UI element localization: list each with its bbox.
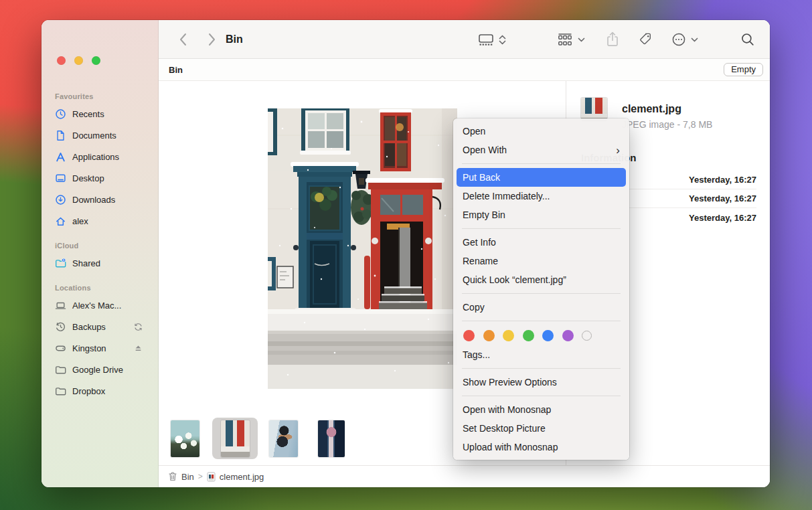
zoom-window-button[interactable] xyxy=(92,56,100,65)
tag-color-row xyxy=(453,325,629,345)
breadcrumb-label: Bin xyxy=(181,472,194,482)
menu-item-set-desktop-picture[interactable]: Set Desktop Picture xyxy=(453,419,629,438)
menu-item-label: Open With xyxy=(463,145,507,155)
chevron-down-icon xyxy=(691,37,698,42)
tag-purple-dot[interactable] xyxy=(562,330,574,341)
view-mode-stepper-icon xyxy=(499,35,506,45)
status-bar: Bin Empty xyxy=(159,59,770,81)
menu-item-empty-bin[interactable]: Empty Bin xyxy=(453,205,629,224)
menu-item-delete-immediately[interactable]: Delete Immediately... xyxy=(453,187,629,205)
menu-item-open-with-monosnap[interactable]: Open with Monosnap xyxy=(453,400,629,419)
tags-button[interactable] xyxy=(633,20,658,59)
sidebar-item-label: Dropbox xyxy=(72,386,105,396)
sidebar-item-documents[interactable]: Documents xyxy=(47,125,153,145)
submenu-arrow-icon: › xyxy=(616,145,620,156)
file-meta: JPEG image - 7,8 MB xyxy=(622,119,712,130)
more-actions-button[interactable] xyxy=(667,20,702,59)
preview-image[interactable] xyxy=(268,108,457,389)
tag-yellow-dot[interactable] xyxy=(503,330,514,341)
menu-divider xyxy=(462,321,621,321)
sidebar-item-kingston[interactable]: Kingston xyxy=(47,338,153,358)
desktop-icon xyxy=(55,173,66,184)
file-name: clement.jpg xyxy=(622,103,681,115)
gallery-view-button[interactable] xyxy=(473,20,511,59)
sidebar-item-google-drive[interactable]: Google Drive xyxy=(47,359,153,379)
share-icon xyxy=(606,31,619,48)
menu-item-label: Open xyxy=(463,126,485,137)
menu-item-open[interactable]: Open xyxy=(453,122,629,141)
file-thumbnail xyxy=(581,98,607,121)
menu-item-show-preview-options[interactable]: Show Preview Options xyxy=(453,373,629,392)
sidebar-item-recents[interactable]: Recents xyxy=(47,104,153,124)
menu-item-label: Put Back xyxy=(463,172,500,183)
applications-icon xyxy=(55,151,66,163)
menu-divider xyxy=(462,163,621,164)
sidebar-item-home-alex[interactable]: alex xyxy=(47,211,153,231)
breadcrumb-bin[interactable]: Bin xyxy=(168,471,194,482)
menu-item-rename[interactable]: Rename xyxy=(453,252,629,270)
forward-button[interactable] xyxy=(203,20,222,59)
image-file-icon xyxy=(207,472,216,482)
more-actions-icon xyxy=(671,32,686,47)
breadcrumb-separator: > xyxy=(198,472,203,481)
menu-item-open-with[interactable]: Open With› xyxy=(453,141,629,159)
close-window-button[interactable] xyxy=(57,56,66,65)
thumbnail-doors-photo[interactable] xyxy=(221,420,250,457)
back-button[interactable] xyxy=(173,20,192,59)
document-icon xyxy=(55,130,66,141)
tag-green-dot[interactable] xyxy=(523,330,534,341)
sidebar-item-dropbox[interactable]: Dropbox xyxy=(47,381,153,401)
sidebar-item-label: Recents xyxy=(72,109,104,119)
sidebar-item-desktop[interactable]: Desktop xyxy=(47,168,153,188)
sidebar-section-favourites: Favourites xyxy=(55,92,158,100)
sidebar-item-downloads[interactable]: Downloads xyxy=(47,189,153,209)
context-menu: Open Open With› Put Back Delete Immediat… xyxy=(453,118,629,460)
thumbnail-pole-photo[interactable] xyxy=(318,420,345,457)
download-icon xyxy=(55,194,66,205)
sidebar-item-shared[interactable]: Shared xyxy=(47,253,153,273)
sync-icon[interactable] xyxy=(133,322,143,332)
thumbnail-selected-box[interactable] xyxy=(212,418,258,459)
eject-icon[interactable] xyxy=(133,343,143,353)
chevron-down-icon xyxy=(578,37,585,42)
path-bar: Bin > clement.jpg xyxy=(159,465,770,487)
menu-item-label: Open with Monosnap xyxy=(463,404,551,415)
menu-item-quick-look[interactable]: Quick Look “clement.jpg” xyxy=(453,270,629,289)
share-button[interactable] xyxy=(600,20,625,59)
sidebar-item-label: Backups xyxy=(72,322,106,332)
menu-item-copy[interactable]: Copy xyxy=(453,298,629,317)
sidebar-item-alexs-mac[interactable]: Alex's Mac... xyxy=(47,295,153,315)
tag-icon xyxy=(638,32,653,47)
sidebar-section-locations: Locations xyxy=(55,284,158,292)
finder-window: Favourites Recents Documents Application… xyxy=(42,20,770,487)
minimize-window-button[interactable] xyxy=(74,56,83,65)
tag-orange-dot[interactable] xyxy=(483,330,495,341)
tag-clear-dot[interactable] xyxy=(582,331,592,341)
sidebar-item-label: Desktop xyxy=(72,173,104,183)
search-icon xyxy=(740,32,755,47)
empty-bin-button[interactable]: Empty xyxy=(724,63,763,76)
sidebar-item-applications[interactable]: Applications xyxy=(47,147,153,167)
group-by-button[interactable] xyxy=(554,20,588,59)
menu-item-label: Rename xyxy=(463,256,498,266)
sidebar-item-backups[interactable]: Backups xyxy=(47,317,153,337)
sidebar-section-icloud: iCloud xyxy=(55,242,158,250)
breadcrumb-file[interactable]: clement.jpg xyxy=(207,472,264,482)
sidebar-item-label: Shared xyxy=(72,258,100,268)
sidebar-list: Favourites Recents Documents Application… xyxy=(42,20,158,401)
sidebar-item-label: Alex's Mac... xyxy=(72,301,121,311)
menu-item-label: Upload with Monosnap xyxy=(463,442,558,452)
bin-trash-icon xyxy=(168,471,177,482)
menu-item-tags[interactable]: Tags... xyxy=(453,345,629,364)
menu-item-get-info[interactable]: Get Info xyxy=(453,233,629,252)
tag-red-dot[interactable] xyxy=(463,330,475,341)
tag-blue-dot[interactable] xyxy=(542,330,554,341)
menu-item-label: Show Preview Options xyxy=(463,377,557,388)
thumbnail-person-photo[interactable] xyxy=(269,420,298,457)
status-location-label: Bin xyxy=(169,65,183,75)
menu-item-upload-with-monosnap[interactable]: Upload with Monosnap xyxy=(453,438,629,456)
desktop-wallpaper: Favourites Recents Documents Application… xyxy=(0,0,812,510)
menu-item-put-back[interactable]: Put Back xyxy=(457,168,626,187)
search-button[interactable] xyxy=(736,20,760,59)
thumbnail-flowers-photo[interactable] xyxy=(171,420,199,457)
